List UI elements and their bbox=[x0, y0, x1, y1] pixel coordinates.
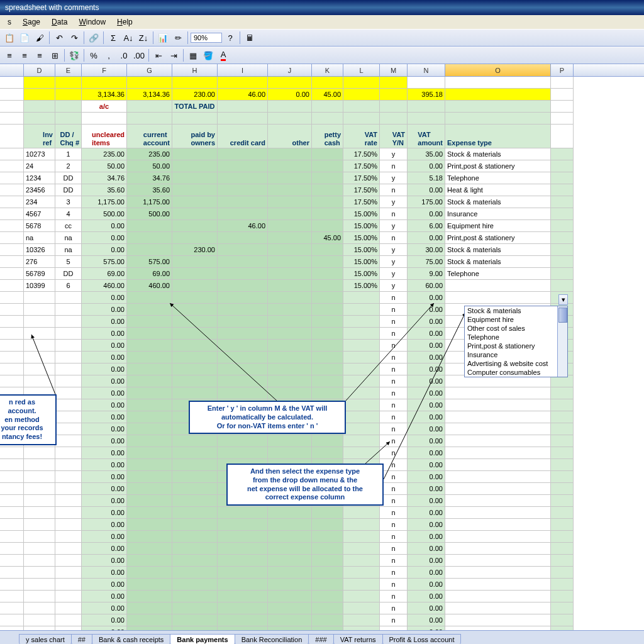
inv-ref[interactable]: 276 bbox=[24, 256, 55, 268]
col-header-G[interactable]: G bbox=[127, 64, 172, 76]
cell[interactable] bbox=[218, 519, 268, 531]
cell[interactable]: 0.00 bbox=[82, 579, 127, 591]
vatamt[interactable]: 5.18 bbox=[408, 172, 445, 184]
cell[interactable] bbox=[24, 101, 55, 113]
cell[interactable] bbox=[343, 340, 380, 352]
cell[interactable] bbox=[0, 531, 24, 543]
cell[interactable] bbox=[445, 602, 551, 614]
cell[interactable] bbox=[343, 602, 380, 614]
vatamt[interactable]: 175.00 bbox=[408, 196, 445, 208]
chq[interactable]: 5 bbox=[55, 256, 82, 268]
cell[interactable]: 0.00 bbox=[82, 495, 127, 507]
hdr-ac[interactable]: a/c bbox=[82, 101, 127, 113]
uncleared[interactable]: 0.00 bbox=[82, 232, 127, 244]
expense-type[interactable]: Equipment hire bbox=[445, 220, 551, 232]
paidby[interactable] bbox=[172, 148, 218, 160]
vatyn[interactable]: n bbox=[380, 184, 408, 196]
cell[interactable] bbox=[343, 101, 380, 113]
cell[interactable] bbox=[55, 304, 82, 316]
cell[interactable] bbox=[312, 626, 343, 630]
total-K[interactable]: 45.00 bbox=[312, 89, 343, 101]
cell[interactable] bbox=[551, 172, 574, 184]
cell[interactable] bbox=[551, 543, 574, 555]
cell[interactable] bbox=[218, 614, 268, 626]
cell[interactable] bbox=[445, 543, 551, 555]
vatrate[interactable]: 15.00% bbox=[343, 268, 380, 280]
cell[interactable]: 0.00 bbox=[408, 483, 445, 495]
petty[interactable] bbox=[312, 220, 343, 232]
align-center-icon[interactable]: ≡ bbox=[18, 48, 31, 62]
cell[interactable] bbox=[0, 352, 24, 364]
cell[interactable] bbox=[55, 316, 82, 328]
other[interactable] bbox=[268, 220, 312, 232]
cell[interactable]: 0.00 bbox=[82, 447, 127, 459]
col-header-E[interactable]: E bbox=[55, 64, 82, 76]
chq[interactable]: na bbox=[55, 244, 82, 256]
hdr-total-paid[interactable]: TOTAL PAID bbox=[172, 101, 218, 113]
cell[interactable] bbox=[218, 77, 268, 89]
cell[interactable] bbox=[172, 614, 218, 626]
uncleared[interactable]: 575.00 bbox=[82, 256, 127, 268]
vatyn[interactable]: y bbox=[380, 220, 408, 232]
cell[interactable] bbox=[0, 208, 24, 220]
inv-ref[interactable]: 24 bbox=[24, 160, 55, 172]
cell[interactable]: 0.00 bbox=[82, 626, 127, 630]
cell[interactable] bbox=[268, 543, 312, 555]
cell[interactable] bbox=[55, 602, 82, 614]
cell[interactable] bbox=[551, 268, 574, 280]
other[interactable] bbox=[268, 232, 312, 244]
cell[interactable] bbox=[0, 148, 24, 160]
cell[interactable] bbox=[24, 292, 55, 304]
cell[interactable] bbox=[55, 507, 82, 519]
dropdown-option[interactable]: Stock & materials bbox=[465, 306, 567, 315]
cell[interactable] bbox=[127, 316, 172, 328]
cell[interactable]: 0.00 bbox=[82, 531, 127, 543]
cell[interactable] bbox=[551, 519, 574, 531]
cell[interactable] bbox=[0, 328, 24, 340]
cell[interactable] bbox=[312, 387, 343, 399]
cell[interactable] bbox=[0, 232, 24, 244]
cell[interactable] bbox=[127, 591, 172, 602]
cell[interactable] bbox=[55, 89, 82, 101]
vatrate[interactable]: 17.50% bbox=[343, 196, 380, 208]
cell[interactable] bbox=[24, 555, 55, 567]
cell[interactable]: n bbox=[380, 411, 408, 423]
credit[interactable] bbox=[218, 244, 268, 256]
vatrate[interactable]: 15.00% bbox=[343, 220, 380, 232]
zoom-select[interactable]: 90% bbox=[191, 33, 222, 43]
cell[interactable] bbox=[445, 531, 551, 543]
cell[interactable] bbox=[268, 579, 312, 591]
inv-ref[interactable]: 56789 bbox=[24, 268, 55, 280]
vatamt[interactable]: 0.00 bbox=[408, 160, 445, 172]
cell[interactable] bbox=[268, 328, 312, 340]
cell[interactable] bbox=[55, 292, 82, 304]
vatamt[interactable]: 6.00 bbox=[408, 220, 445, 232]
cell[interactable] bbox=[218, 113, 268, 125]
vatamt[interactable]: 75.00 bbox=[408, 256, 445, 268]
cell[interactable] bbox=[24, 531, 55, 543]
inv-ref[interactable]: 234 bbox=[24, 196, 55, 208]
vatrate[interactable]: 17.50% bbox=[343, 160, 380, 172]
uncleared[interactable]: 460.00 bbox=[82, 280, 127, 292]
cell[interactable]: 0.00 bbox=[408, 304, 445, 316]
cell[interactable]: 0.00 bbox=[408, 340, 445, 352]
cell[interactable] bbox=[0, 579, 24, 591]
cell[interactable] bbox=[172, 555, 218, 567]
cell[interactable] bbox=[268, 626, 312, 630]
cell[interactable] bbox=[55, 399, 82, 411]
cell[interactable] bbox=[445, 555, 551, 567]
tab-vat-returns[interactable]: VAT returns bbox=[333, 634, 383, 644]
other[interactable] bbox=[268, 172, 312, 184]
cell[interactable] bbox=[445, 423, 551, 435]
cell[interactable] bbox=[312, 543, 343, 555]
cell[interactable] bbox=[343, 531, 380, 543]
cell[interactable]: 0.00 bbox=[82, 292, 127, 304]
tab-bank-&-cash-receipts[interactable]: Bank & cash receipts bbox=[92, 634, 170, 644]
cell[interactable] bbox=[218, 304, 268, 316]
cell[interactable]: 0.00 bbox=[408, 411, 445, 423]
cell[interactable] bbox=[312, 519, 343, 531]
current[interactable]: 460.00 bbox=[127, 280, 172, 292]
cell[interactable] bbox=[172, 375, 218, 387]
cell[interactable]: n bbox=[380, 423, 408, 435]
cell[interactable]: n bbox=[380, 555, 408, 567]
